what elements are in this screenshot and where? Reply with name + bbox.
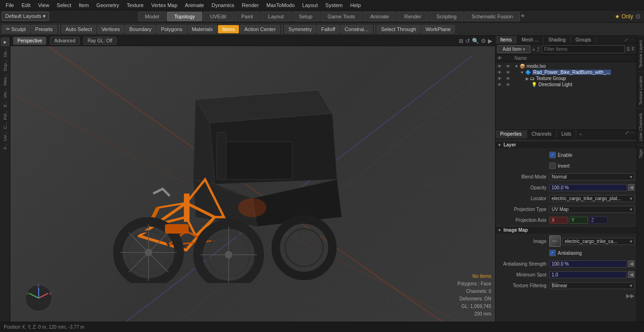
item-eye-icon[interactable]: 👁 xyxy=(497,70,506,75)
props-tab-lists[interactable]: Lists xyxy=(557,130,577,138)
opacity-input[interactable]: 100.0 % xyxy=(549,184,627,191)
menu-system[interactable]: System xyxy=(322,1,347,9)
layout-dropdown[interactable]: Default Layouts ▾ xyxy=(2,12,49,21)
items-toolbar-icon2[interactable]: ⤴ xyxy=(537,47,540,52)
items-button[interactable]: Items xyxy=(218,25,239,33)
tab-uvedit[interactable]: UVEdit xyxy=(203,12,233,21)
item-row[interactable]: 👁 👁 ▼ 📦 modo.lxo xyxy=(495,63,636,69)
menu-view[interactable]: View xyxy=(34,1,53,9)
item-eye-icon[interactable]: 👁 xyxy=(497,76,506,81)
tab-setup[interactable]: Setup xyxy=(292,12,320,21)
sidebar-label-pol[interactable]: Pol... xyxy=(3,110,8,120)
tab-layout[interactable]: Layout xyxy=(261,12,291,21)
vtab-user-channels[interactable]: User Channels xyxy=(637,109,644,145)
vertices-button[interactable]: Vertices xyxy=(97,25,124,33)
viewport-icon-reset[interactable]: ↺ xyxy=(465,38,470,44)
menu-help[interactable]: Help xyxy=(347,1,365,9)
menu-edit[interactable]: Edit xyxy=(18,1,34,9)
props-tab-add-button[interactable]: + xyxy=(576,130,585,138)
image-map-section-header[interactable]: ▼ Image Map xyxy=(495,226,636,234)
sidebar-label-dup[interactable]: Dup... xyxy=(3,60,8,71)
viewport[interactable]: Perspective Advanced Ray GL: Off ⊞ ↺ 🔍 ⚙… xyxy=(10,36,495,322)
work-plane-button[interactable]: WorkPlane xyxy=(421,25,455,33)
boundary-button[interactable]: Boundary xyxy=(125,25,156,33)
polygons-button[interactable]: Polygons xyxy=(157,25,186,33)
menu-maxtomodo[interactable]: MaxToModo xyxy=(263,1,298,9)
antialiasing-strength-input[interactable]: 100.0 % xyxy=(549,260,627,267)
tab-topology[interactable]: Topology xyxy=(167,12,202,21)
menu-dynamics[interactable]: Dynamics xyxy=(208,1,238,9)
menu-file[interactable]: File xyxy=(2,1,18,9)
opacity-adjust-btn[interactable]: ◀ xyxy=(628,184,635,191)
minimum-spot-btn[interactable]: ◀ xyxy=(628,271,635,278)
viewport-tab-advanced[interactable]: Advanced xyxy=(50,37,79,45)
item-eye2-icon[interactable]: 👁 xyxy=(506,70,514,75)
item-eye2-icon[interactable]: 👁 xyxy=(506,76,514,81)
props-more-icon[interactable]: ⋯ xyxy=(630,130,635,138)
projection-axis-x[interactable]: X xyxy=(549,217,568,224)
items-filter-input[interactable] xyxy=(542,45,625,53)
sidebar-label-c[interactable]: C... xyxy=(3,122,8,129)
locator-dropdown[interactable]: electric_cargo_trike_cargo_plat... ▾ xyxy=(549,195,635,202)
viewport-icon-zoom[interactable]: 🔍 xyxy=(472,38,479,44)
props-expand-right-icon[interactable]: ▶▶ xyxy=(626,292,635,299)
items-tab-items[interactable]: Items xyxy=(495,36,517,44)
vtab-texture-locator[interactable]: Texture Locator xyxy=(637,72,644,109)
tab-model[interactable]: Model xyxy=(138,12,166,21)
vtab-tags[interactable]: Tags xyxy=(637,145,644,162)
viewport-icon-camera[interactable]: ⊞ xyxy=(459,38,463,44)
vtab-texture-layers[interactable]: Texture Layers xyxy=(637,36,644,72)
items-tab-shading[interactable]: Shading xyxy=(544,36,571,44)
menu-vertex-map[interactable]: Vertex Map xyxy=(148,1,182,9)
constrain-button[interactable]: Constrai... xyxy=(340,25,372,33)
tab-paint[interactable]: Paint xyxy=(234,12,260,21)
sidebar-label-f[interactable]: F... xyxy=(3,144,8,149)
item-eye2-icon[interactable]: 👁 xyxy=(506,64,514,69)
viewport-icon-settings[interactable]: ⚙ xyxy=(481,38,486,44)
select-through-button[interactable]: Select Through xyxy=(377,25,420,33)
item-row[interactable]: 👁 👁 ▼ 🔷 Rad_Power_Bike_RadBurro_with_... xyxy=(495,69,636,75)
viewport-tab-raygl[interactable]: Ray GL: Off xyxy=(83,37,117,45)
item-eye-icon[interactable]: 👁 xyxy=(497,64,506,69)
auto-select-button[interactable]: Auto Select xyxy=(61,25,96,33)
menu-animate[interactable]: Animate xyxy=(181,1,207,9)
tab-scripting[interactable]: Scripting xyxy=(429,12,464,21)
item-collapse-arrow[interactable]: ▼ xyxy=(514,64,519,69)
menu-select[interactable]: Select xyxy=(53,1,75,9)
item-eye2-icon[interactable]: 👁 xyxy=(506,82,514,87)
projection-type-dropdown[interactable]: UV Map ▾ xyxy=(549,206,635,213)
sidebar-label-uv[interactable]: UV... xyxy=(3,132,8,141)
image-name-dropdown[interactable]: electric_cargo_trike_ca... ▾ xyxy=(562,238,635,245)
blend-mode-dropdown[interactable]: Normal ▾ xyxy=(549,173,635,180)
symmetry-button[interactable]: Symmetry xyxy=(284,25,316,33)
menu-item[interactable]: Item xyxy=(75,1,92,9)
item-row[interactable]: 👁 👁 ▶ 🗂 Texture Group xyxy=(495,75,636,81)
projection-axis-y[interactable]: Y xyxy=(569,217,588,224)
tab-schematic-fusion[interactable]: Schematic Fusion xyxy=(464,12,520,21)
antialiasing-checkbox[interactable]: ✓ xyxy=(549,250,556,256)
items-tab-mesh[interactable]: Mesh ... xyxy=(517,36,544,44)
sidebar-label-de[interactable]: De... xyxy=(3,48,8,57)
minimum-spot-input[interactable]: 1.0 xyxy=(549,271,627,278)
projection-axis-z[interactable]: Z xyxy=(589,217,608,224)
sidebar-label-mes[interactable]: Mes... xyxy=(3,74,8,86)
tab-animate[interactable]: Animate xyxy=(363,12,396,21)
action-center-button[interactable]: Action Center xyxy=(240,25,280,33)
viewport-tab-perspective[interactable]: Perspective xyxy=(13,37,46,45)
sidebar-expand-btn[interactable]: ▶ xyxy=(1,38,9,46)
settings-icon[interactable]: ⚙ xyxy=(635,13,641,20)
falloff-button[interactable]: Falloff xyxy=(317,25,339,33)
props-tab-properties[interactable]: Properties xyxy=(495,130,527,138)
item-collapse-arrow[interactable]: ▶ xyxy=(526,76,529,81)
menu-texture[interactable]: Texture xyxy=(123,1,148,9)
props-expand-icon[interactable]: ⤢ xyxy=(625,130,629,138)
layer-section-header[interactable]: ▼ Layer xyxy=(495,141,636,148)
item-eye-icon[interactable]: 👁 xyxy=(497,82,506,87)
items-tab-groups[interactable]: Groups xyxy=(571,36,596,44)
materials-button[interactable]: Materials xyxy=(188,25,217,33)
enable-checkbox[interactable]: ✓ xyxy=(549,152,556,158)
add-item-button[interactable]: Add Item ▾ xyxy=(497,45,530,53)
antialiasing-strength-btn[interactable]: ◀ xyxy=(628,260,635,267)
props-tab-channels[interactable]: Channels xyxy=(527,130,557,138)
menu-layout[interactable]: Layout xyxy=(298,1,322,9)
